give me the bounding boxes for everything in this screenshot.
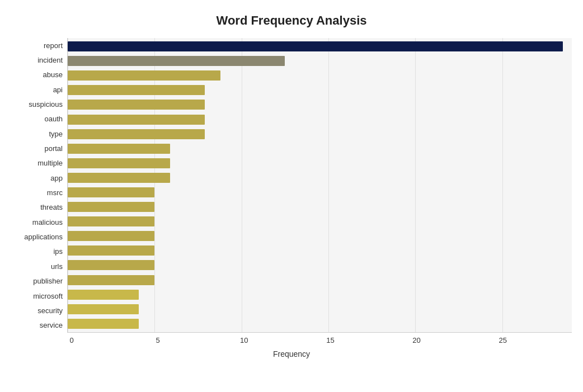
bar-urls xyxy=(68,260,154,270)
y-label-msrc: msrc xyxy=(47,186,63,200)
bar-microsoft xyxy=(68,290,139,300)
y-label-publisher: publisher xyxy=(33,275,63,288)
y-label-security: security xyxy=(37,304,63,317)
x-tick-label: 10 xyxy=(240,336,248,344)
bar-row xyxy=(68,200,572,214)
bar-row xyxy=(68,303,572,316)
x-tick-label: 15 xyxy=(326,336,334,344)
y-label-oauth: oauth xyxy=(44,112,63,126)
bars-and-grid xyxy=(67,38,572,333)
chart-container: Word Frequency Analysis reportincidentab… xyxy=(0,0,583,392)
bar-msrc xyxy=(68,187,154,197)
x-axis-row: 0510152025 xyxy=(11,335,572,348)
bar-suspicious xyxy=(68,100,205,110)
y-label-microsoft: microsoft xyxy=(33,289,63,303)
bar-row xyxy=(68,215,572,228)
y-label-service: service xyxy=(40,319,63,332)
bar-row xyxy=(68,171,572,185)
y-label-multiple: multiple xyxy=(37,157,63,170)
x-tick-label: 25 xyxy=(499,336,506,344)
bar-service xyxy=(68,319,139,329)
bar-ips xyxy=(68,245,154,256)
bar-row xyxy=(68,98,572,111)
bar-row xyxy=(68,54,572,68)
bar-portal xyxy=(68,144,170,154)
bar-row xyxy=(68,83,572,97)
bar-report xyxy=(68,41,563,51)
bar-row xyxy=(68,288,572,301)
bar-row xyxy=(68,229,572,243)
x-tick-container: 0510152025 xyxy=(72,335,572,348)
bar-row xyxy=(68,273,572,287)
y-label-suspicious: suspicious xyxy=(29,98,63,111)
bar-row xyxy=(68,244,572,257)
x-tick-label: 20 xyxy=(412,336,420,344)
y-label-threats: threats xyxy=(40,201,63,214)
bar-threats xyxy=(68,202,154,212)
chart-title: Word Frequency Analysis xyxy=(217,13,367,28)
bar-publisher xyxy=(68,275,154,285)
y-label-abuse: abuse xyxy=(43,68,63,82)
x-tick-label: 0 xyxy=(69,336,73,344)
bar-type xyxy=(68,129,205,139)
y-label-api: api xyxy=(53,83,63,96)
chart-area: reportincidentabuseapisuspiciousoauthtyp… xyxy=(11,38,572,333)
y-label-ips: ips xyxy=(53,245,63,258)
y-label-applications: applications xyxy=(24,230,63,244)
bar-row xyxy=(68,127,572,141)
bar-api xyxy=(68,85,205,95)
bar-row xyxy=(68,186,572,199)
bar-malicious xyxy=(68,216,154,226)
x-tick-label: 5 xyxy=(156,336,160,344)
x-axis-title: Frequency xyxy=(11,350,572,358)
bar-security xyxy=(68,304,139,314)
bar-app xyxy=(68,173,170,183)
y-label-type: type xyxy=(49,127,63,140)
bar-row xyxy=(68,317,572,330)
y-label-incident: incident xyxy=(37,54,63,67)
y-label-report: report xyxy=(44,39,63,52)
y-label-portal: portal xyxy=(44,142,63,155)
bar-multiple xyxy=(68,158,170,168)
y-label-urls: urls xyxy=(51,259,63,273)
y-label-malicious: malicious xyxy=(32,215,63,229)
bar-incident xyxy=(68,56,285,66)
bar-row xyxy=(68,258,572,272)
bar-row xyxy=(68,157,572,170)
bars-wrapper xyxy=(68,38,572,332)
bar-abuse xyxy=(68,70,220,81)
bar-row xyxy=(68,142,572,155)
bar-applications xyxy=(68,231,154,241)
y-label-app: app xyxy=(50,171,63,185)
bar-row xyxy=(68,69,572,82)
y-axis-labels: reportincidentabuseapisuspiciousoauthtyp… xyxy=(11,38,67,333)
bar-oauth xyxy=(68,115,205,125)
bar-row xyxy=(68,40,572,53)
bar-row xyxy=(68,113,572,126)
